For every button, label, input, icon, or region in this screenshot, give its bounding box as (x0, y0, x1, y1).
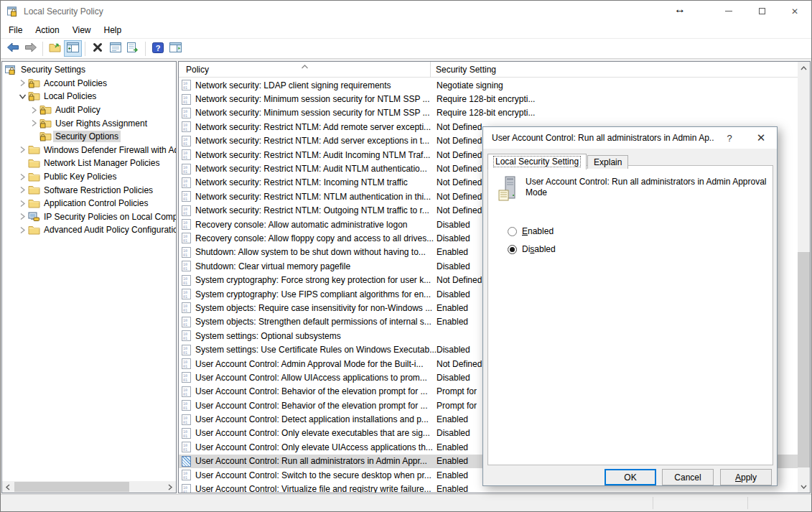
chevron-right-icon[interactable] (17, 78, 28, 88)
ok-button[interactable]: OK (605, 469, 656, 485)
list-row[interactable]: 1001Network security: LDAP client signin… (179, 78, 798, 92)
policy-properties-dialog: User Account Control: Run all administra… (482, 126, 778, 486)
policy-doc-icon: 1001 (182, 108, 191, 118)
policy-name: Network security: Minimum session securi… (195, 94, 437, 104)
minimize-button[interactable] (712, 1, 745, 22)
tree-item[interactable]: Windows Defender Firewall with Adva (2, 144, 176, 157)
menu-file[interactable]: File (2, 23, 29, 37)
tree-item[interactable]: Network List Manager Policies (2, 157, 176, 170)
policy-doc-icon: 1001 (182, 191, 191, 202)
tree-item[interactable]: Audit Policy (2, 103, 176, 117)
tree-item[interactable]: Account Policies (2, 77, 176, 90)
chevron-right-icon[interactable] (17, 225, 28, 235)
tree-item[interactable]: Advanced Audit Policy Configuration (2, 223, 176, 237)
radio-unchecked-icon[interactable] (508, 227, 517, 236)
up-one-level-button[interactable] (46, 40, 64, 57)
forward-button[interactable] (22, 40, 39, 57)
tree-item[interactable]: Public Key Policies (2, 170, 176, 184)
policy-name: System cryptography: Use FIPS compliant … (195, 289, 437, 299)
svg-text:01: 01 (183, 336, 187, 340)
policy-doc-icon: 1001 (182, 80, 191, 90)
chevron-right-icon[interactable] (17, 212, 28, 222)
policy-name: Network security: Minimum session securi… (195, 108, 437, 118)
tree-item[interactable]: IP Security Policies on Local Compute (2, 210, 176, 224)
tree-item-label: IP Security Policies on Local Compute (42, 211, 176, 223)
policy-doc-icon: 1001 (182, 414, 191, 425)
folder-icon (28, 198, 42, 209)
radio-option-disabled[interactable]: Disabled (508, 244, 556, 254)
dialog-close-button[interactable]: ✕ (745, 127, 777, 149)
column-header-policy[interactable]: Policy (186, 65, 209, 75)
policy-doc-icon: 1001 (182, 136, 191, 146)
list-row[interactable]: 1001Network security: Minimum session se… (179, 92, 798, 106)
chevron-right-icon[interactable] (28, 118, 39, 129)
svg-text:01: 01 (183, 252, 187, 256)
chevron-right-icon[interactable] (17, 172, 28, 182)
tree-scrollbar-thumb[interactable] (14, 482, 129, 492)
close-button[interactable]: ✕ (778, 1, 811, 22)
cancel-button[interactable]: Cancel (662, 469, 714, 485)
menu-view[interactable]: View (66, 23, 98, 37)
title-bar: Local Security Policy ↔ ✕ (1, 1, 811, 22)
svg-text:01: 01 (183, 447, 187, 452)
help-button[interactable]: ? (149, 40, 167, 57)
scroll-left-arrow-icon[interactable] (2, 481, 14, 493)
show-action-pane-icon (169, 42, 182, 55)
column-header-security-setting[interactable]: Security Setting (436, 65, 496, 75)
folder-icon (28, 158, 42, 169)
back-button[interactable] (4, 40, 22, 57)
ip-security-icon (28, 211, 42, 222)
radio-option-enabled[interactable]: Enabled (508, 226, 554, 236)
chevron-right-icon[interactable] (17, 198, 28, 208)
tree-horizontal-scrollbar[interactable] (2, 481, 176, 493)
policy-doc-icon: 1001 (182, 247, 191, 258)
list-row[interactable]: 1001Network security: Minimum session se… (179, 106, 798, 120)
chevron-right-icon[interactable] (17, 185, 28, 195)
properties-icon (110, 42, 121, 55)
tree-item[interactable]: User Rights Assignment (2, 116, 176, 130)
dialog-help-button[interactable]: ? (714, 127, 745, 149)
svg-text:01: 01 (183, 489, 187, 493)
folder-lock-icon (39, 131, 53, 142)
list-vertical-scrollbar[interactable] (798, 62, 810, 493)
tree-item-label: Account Policies (42, 78, 109, 89)
tree-item[interactable]: Security Options (2, 130, 176, 144)
maximize-button[interactable] (745, 1, 778, 22)
show-action-pane-button[interactable] (167, 40, 185, 57)
chevron-down-icon[interactable] (17, 91, 28, 101)
policy-name: Recovery console: Allow floppy copy and … (195, 233, 437, 243)
chevron-right-icon[interactable] (17, 145, 28, 155)
tab-explain[interactable]: Explain (587, 155, 628, 169)
tree-item[interactable]: Security Settings (2, 63, 176, 77)
scroll-right-arrow-icon[interactable] (164, 481, 176, 493)
radio-checked-icon[interactable] (508, 245, 517, 254)
policy-name: Network security: Restrict NTLM: NTLM au… (195, 192, 437, 202)
tree-item-label: Application Control Policies (42, 197, 150, 209)
svg-text:01: 01 (183, 225, 187, 229)
menu-action[interactable]: Action (29, 23, 65, 37)
list-scrollbar-thumb[interactable] (798, 252, 810, 467)
delete-button[interactable] (88, 40, 106, 57)
tree-item-label: Audit Policy (53, 104, 103, 116)
policy-name: Network security: Restrict NTLM: Audit I… (195, 150, 437, 160)
svg-text:01: 01 (183, 308, 187, 312)
status-divider (653, 497, 653, 509)
export-list-button[interactable] (124, 40, 142, 57)
apply-button[interactable]: Apply (720, 469, 772, 485)
app-lock-icon (7, 6, 19, 17)
tree-item[interactable]: Software Restriction Policies (2, 183, 176, 197)
tree-item[interactable]: Application Control Policies (2, 197, 176, 210)
scroll-down-arrow-icon[interactable] (798, 480, 810, 493)
tree-item[interactable]: Local Policies (2, 90, 176, 103)
scroll-up-arrow-icon[interactable] (798, 62, 810, 74)
chevron-right-icon[interactable] (28, 105, 39, 115)
show-console-tree-icon (67, 42, 79, 55)
sort-ascending-icon (301, 62, 309, 72)
column-divider[interactable] (430, 62, 431, 78)
policy-doc-icon: 1001 (182, 428, 191, 439)
tab-local-security-setting[interactable]: Local Security Setting (487, 154, 587, 169)
properties-button[interactable] (106, 40, 124, 57)
export-list-icon (127, 42, 139, 55)
menu-help[interactable]: Help (98, 23, 129, 37)
show-console-tree-button[interactable] (64, 40, 82, 57)
